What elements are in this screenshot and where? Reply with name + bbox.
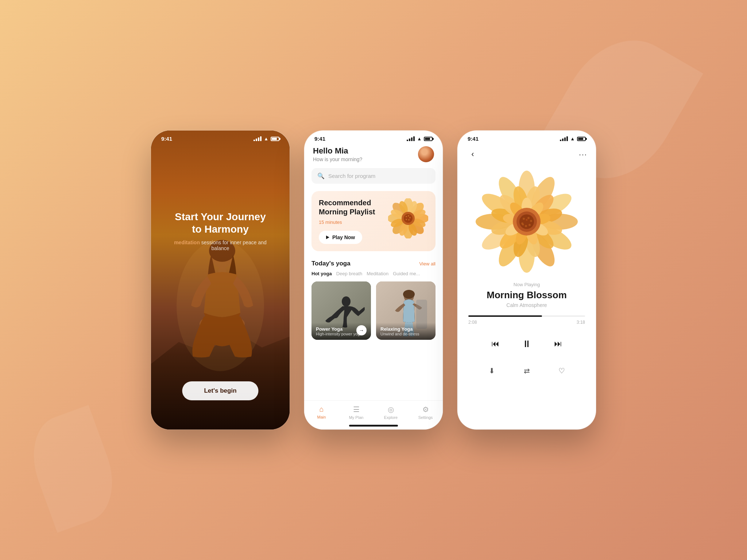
bottom-nav: ⌂ Main ☰ My Plan ◎ Explore ⚙ Settings <box>304 400 443 429</box>
greeting-name: Hello Mia <box>313 146 362 156</box>
svg-point-31 <box>342 296 351 307</box>
svg-point-75 <box>530 220 532 222</box>
yoga-card-power[interactable]: Power Yoga High-intensity power yoga → <box>311 281 371 340</box>
greeting-subtitle: How is your morning? <box>313 156 362 162</box>
player-controls: ⏮ ⏸ ⏭ <box>457 334 596 354</box>
svg-point-28 <box>406 219 407 220</box>
skip-forward-button[interactable]: ⏭ <box>550 336 566 352</box>
flower-svg <box>388 198 428 238</box>
tag-hot-yoga[interactable]: Hot yoga <box>311 271 332 276</box>
tag-meditation[interactable]: Meditation <box>367 271 388 276</box>
track-subtitle: Calm Atmosphere <box>457 302 596 308</box>
player-secondary-controls: ⬇ ⇄ ♡ <box>457 364 596 377</box>
flower-illustration <box>388 198 428 238</box>
svg-point-26 <box>409 217 411 218</box>
svg-point-27 <box>408 219 410 221</box>
home-indicator <box>349 425 398 427</box>
splash-status-bar: 9:41 ▲ <box>151 131 290 145</box>
progress-container: 2:08 3:18 <box>457 315 596 325</box>
svg-point-80 <box>526 219 528 221</box>
player-status-icons: ▲ <box>560 136 586 141</box>
nav-main-icon: ⌂ <box>319 405 324 413</box>
splash-cta-container: Let's begin <box>182 381 258 400</box>
player-flower-svg <box>476 169 578 275</box>
yoga-card-2-overlay: Relaxing Yoga Unwind and de-stress <box>376 323 436 340</box>
view-all-link[interactable]: View all <box>419 261 436 267</box>
player-flower-container <box>457 165 596 282</box>
phone-splash: 9:41 ▲ Start Your Journey to Harmony med… <box>151 131 290 429</box>
section-title: Today's yoga <box>311 260 351 267</box>
progress-fill <box>468 315 542 317</box>
progress-times: 2:08 3:18 <box>468 320 585 325</box>
home-signal-icon <box>407 136 415 141</box>
battery-icon <box>271 137 279 141</box>
svg-point-77 <box>525 225 527 227</box>
phone-home: 9:41 ▲ Hello Mia How is your morning? 🔍 … <box>304 131 443 429</box>
progress-total: 3:18 <box>577 320 585 325</box>
recommended-title: Recommended Morning Playlist <box>319 198 388 217</box>
nav-main[interactable]: ⌂ Main <box>304 405 339 419</box>
wifi-icon: ▲ <box>264 136 268 141</box>
svg-point-25 <box>408 215 409 217</box>
play-triangle-icon <box>326 236 329 239</box>
play-now-button[interactable]: Play Now <box>319 231 362 244</box>
lets-begin-button[interactable]: Let's begin <box>182 381 258 400</box>
player-battery-icon <box>577 137 586 141</box>
nav-plan-icon: ☰ <box>353 405 360 414</box>
svg-point-74 <box>527 217 530 219</box>
pause-button[interactable]: ⏸ <box>516 334 537 354</box>
nav-explore-label: Explore <box>384 415 398 420</box>
home-header: Hello Mia How is your morning? <box>304 145 443 168</box>
home-battery-icon <box>424 137 433 141</box>
home-wifi-icon: ▲ <box>417 136 422 141</box>
yoga-tags-row: Hot yoga Deep breath Meditation Guided m… <box>304 271 443 281</box>
avatar-image <box>418 146 434 162</box>
player-status-bar: 9:41 ▲ <box>457 131 596 145</box>
yoga-card-1-arrow[interactable]: → <box>356 325 367 335</box>
todays-yoga-header: Today's yoga View all <box>304 258 443 271</box>
progress-track[interactable] <box>468 315 585 317</box>
yoga-card-2-title: Relaxing Yoga <box>380 326 431 332</box>
svg-point-76 <box>529 224 531 226</box>
player-nav-bar: ‹ ··· <box>457 145 596 165</box>
signal-bars-icon <box>253 136 262 141</box>
search-placeholder-text: Search for program <box>328 173 375 179</box>
favorite-button[interactable]: ♡ <box>555 364 568 377</box>
nav-my-plan[interactable]: ☰ My Plan <box>339 405 374 420</box>
svg-point-73 <box>523 218 525 220</box>
more-options-button[interactable]: ··· <box>579 150 587 159</box>
svg-point-35 <box>403 290 415 299</box>
back-button[interactable]: ‹ <box>466 148 479 161</box>
avatar[interactable] <box>418 146 434 162</box>
svg-point-79 <box>522 224 524 226</box>
svg-point-24 <box>406 216 407 217</box>
phone-player: 9:41 ▲ ‹ ··· <box>457 131 596 429</box>
player-wifi-icon: ▲ <box>570 136 575 141</box>
player-time: 9:41 <box>468 136 479 142</box>
progress-current: 2:08 <box>468 320 477 325</box>
yoga-card-2-sub: Unwind and de-stress <box>380 332 431 336</box>
download-button[interactable]: ⬇ <box>485 364 498 377</box>
splash-time: 9:41 <box>161 136 172 142</box>
greeting-block: Hello Mia How is your morning? <box>313 146 362 162</box>
tag-guided[interactable]: Guided me... <box>393 271 420 276</box>
home-status-icons: ▲ <box>407 136 433 141</box>
home-status-bar: 9:41 ▲ <box>304 131 443 145</box>
search-bar[interactable]: 🔍 Search for program <box>311 168 436 184</box>
nav-settings-label: Settings <box>418 415 433 420</box>
nav-main-label: Main <box>317 415 326 419</box>
splash-text-block: Start Your Journey to Harmony meditation… <box>151 211 290 251</box>
splash-subtitle: meditation sessions for inner peace and … <box>166 240 275 251</box>
recommended-card[interactable]: Recommended Morning Playlist 15 minutes … <box>311 191 436 251</box>
yoga-card-relaxing[interactable]: Relaxing Yoga Unwind and de-stress <box>376 281 436 340</box>
nav-explore[interactable]: ◎ Explore <box>374 405 408 420</box>
now-playing-label: Now Playing <box>457 282 596 287</box>
track-title: Morning Blossom <box>457 289 596 301</box>
yoga-cards-row: Power Yoga High-intensity power yoga → <box>304 281 443 340</box>
skip-back-button[interactable]: ⏮ <box>487 336 503 352</box>
nav-settings[interactable]: ⚙ Settings <box>408 405 443 420</box>
splash-status-icons: ▲ <box>253 136 279 141</box>
nav-settings-icon: ⚙ <box>422 405 429 414</box>
tag-deep-breath[interactable]: Deep breath <box>336 271 363 276</box>
shuffle-button[interactable]: ⇄ <box>520 364 533 377</box>
